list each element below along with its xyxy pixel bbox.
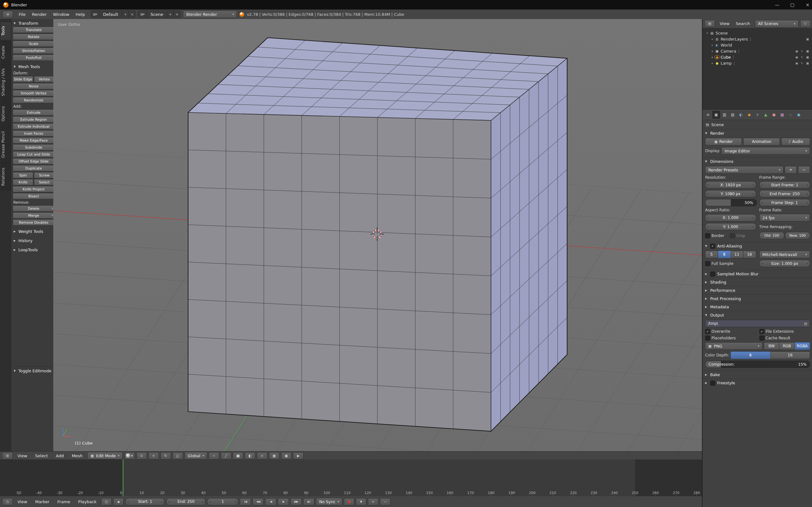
increment-icon[interactable]: ▸: [807, 183, 808, 186]
edge-select-mode-icon[interactable]: ╱: [221, 452, 231, 459]
increment-icon[interactable]: ▸: [161, 500, 163, 503]
color-depth-16-button[interactable]: 16: [770, 351, 810, 359]
increment-icon[interactable]: ▸: [807, 201, 808, 204]
increment-icon[interactable]: ▸: [753, 216, 754, 219]
tool-make-edge-face-button[interactable]: Make Edge/Face: [13, 137, 55, 144]
vertex-select-mode-icon[interactable]: ∙: [209, 452, 219, 459]
start-frame-field[interactable]: ◂Start: 1▸: [125, 498, 165, 505]
tool-subdivide-button[interactable]: Subdivide: [13, 144, 55, 151]
manipulator-translate-icon[interactable]: +: [148, 452, 159, 459]
panel-header-freestyle[interactable]: ▶Freestyle: [703, 379, 812, 387]
remove-preset-button[interactable]: −: [798, 166, 810, 174]
menu-file[interactable]: File: [15, 12, 29, 17]
timeline-menu-frame[interactable]: Frame: [54, 499, 73, 504]
output-panel-header[interactable]: ▼ Output: [703, 311, 812, 319]
add-preset-button[interactable]: +: [785, 166, 797, 174]
restrict-selectable-icon[interactable]: ↖: [800, 61, 804, 65]
outliner-item-cube[interactable]: ▸◆Cube|◉↖▣: [703, 54, 812, 60]
increment-icon[interactable]: ▸: [807, 192, 808, 195]
av-sync-dropdown[interactable]: No Sync▾: [316, 498, 342, 505]
aspect-x-field[interactable]: ◂ X: 1.000 ▸: [705, 214, 756, 222]
panel-header-looptools[interactable]: ▶LoopTools: [13, 246, 55, 253]
tool-extrude-button[interactable]: Extrude: [13, 109, 55, 116]
properties-tab-physics[interactable]: ◉: [795, 111, 803, 118]
resolution-x-field[interactable]: ◂ X: 1920 px ▸: [705, 181, 756, 188]
info-editor-icon[interactable]: ≡: [3, 11, 13, 18]
viewport-menu-select[interactable]: Select: [32, 453, 51, 458]
tool-remove-doubles-button[interactable]: Remove Doubles: [13, 219, 55, 226]
color-mode-bw-button[interactable]: BW: [764, 342, 779, 350]
expand-icon[interactable]: ▸: [710, 38, 715, 41]
tool-randomize-button[interactable]: Randomize: [13, 97, 55, 103]
interaction-mode-dropdown[interactable]: ▦Edit Mode▾: [87, 452, 122, 459]
jump-to-end-button[interactable]: ▶|: [303, 498, 314, 505]
start-frame-field[interactable]: ◂ Start Frame: 1 ▸: [759, 181, 810, 188]
properties-tab-render[interactable]: ▣: [712, 111, 720, 118]
tool-extrude-individual-button[interactable]: Extrude Individual: [13, 123, 55, 130]
expand-icon[interactable]: ▸: [710, 56, 715, 59]
tool-noise-button[interactable]: Noise: [13, 83, 55, 89]
panel-header-post-processing[interactable]: ▶Post Processing: [703, 295, 812, 302]
tool-shrink-fatten-button[interactable]: Shrink/Fatten: [13, 48, 55, 54]
outliner-item-scene[interactable]: ▾▤Scene: [703, 30, 812, 36]
render-button[interactable]: ▣ Render: [705, 138, 742, 146]
jump-to-start-button[interactable]: |◀: [240, 498, 251, 505]
manipulator-rotate-icon[interactable]: ↻: [160, 452, 171, 459]
menu-help[interactable]: Help: [72, 12, 88, 17]
tool-inset-faces-button[interactable]: Inset Faces: [13, 130, 55, 136]
shelf-tab-options[interactable]: Options: [1, 102, 11, 126]
file-extensions-checkbox[interactable]: ✓: [759, 329, 764, 334]
display-mode-dropdown[interactable]: Image Editor ▾: [721, 147, 810, 155]
dimensions-panel-header[interactable]: ▼ Dimensions: [703, 158, 812, 165]
tool-scale-button[interactable]: Scale: [13, 41, 55, 47]
render-panel-header[interactable]: ▼ Render: [703, 129, 812, 137]
render-engine-dropdown[interactable]: Blender Render ▾: [183, 10, 237, 18]
restrict-render-icon[interactable]: ▣: [805, 38, 810, 41]
antialiasing-panel-header[interactable]: ▼ ✓ Anti-Aliasing: [703, 242, 812, 250]
aa-samples-16-button[interactable]: 16: [744, 250, 756, 258]
cache-result-checkbox[interactable]: [759, 336, 764, 341]
color-depth-8-button[interactable]: 8: [730, 351, 770, 359]
tool-spin-button[interactable]: Spin: [13, 172, 33, 178]
scenes-filter-dropdown[interactable]: All Scenes ▾: [755, 20, 799, 27]
scene-name[interactable]: Scene: [147, 12, 167, 17]
tool-loop-cut-and-slide-button[interactable]: Loop Cut and Slide: [13, 151, 55, 158]
delete-layout-button[interactable]: ×: [129, 11, 135, 18]
pivot-point-icon[interactable]: ⊙: [136, 452, 147, 459]
redo-panel-header[interactable]: ▼ Toggle Editmode: [13, 367, 55, 374]
properties-tab-material[interactable]: ●: [770, 111, 778, 118]
decrement-icon[interactable]: ◂: [707, 216, 708, 219]
properties-tab-world[interactable]: ◐: [737, 111, 745, 118]
outliner-item-renderlayers[interactable]: ▸▥RenderLayers|▣: [703, 36, 812, 42]
tool-translate-button[interactable]: Translate: [13, 26, 55, 33]
3d-view-editor-icon[interactable]: ⊞: [2, 452, 13, 459]
decrement-icon[interactable]: ◂: [761, 201, 763, 204]
color-mode-rgba-button[interactable]: RGBA: [795, 342, 810, 350]
panel-header-shading[interactable]: ▶Shading: [703, 278, 812, 286]
next-keyframe-button[interactable]: ▶▶: [291, 498, 302, 505]
restrict-render-icon[interactable]: ▣: [805, 55, 810, 59]
outliner-item-lamp[interactable]: ▸●Lamp|◉↖▣: [703, 60, 812, 66]
face-select-mode-icon[interactable]: ■: [233, 452, 243, 459]
maximize-button[interactable]: ▢: [785, 0, 800, 9]
opengl-render-animation-icon[interactable]: ▶: [293, 452, 304, 459]
viewport-menu-mesh[interactable]: Mesh: [68, 453, 86, 458]
antialiasing-checkbox[interactable]: ✓: [710, 244, 715, 249]
transform-orientation-dropdown[interactable]: Global▾: [185, 452, 207, 459]
timeline-menu-marker[interactable]: Marker: [32, 499, 53, 504]
increment-icon[interactable]: ▸: [202, 500, 204, 503]
shelf-tab-shading-uvs[interactable]: Shading / UVs: [1, 64, 11, 101]
aa-samples-8-button[interactable]: 8: [718, 250, 731, 258]
shelf-tab-grease-pencil[interactable]: Grease Pencil: [1, 127, 11, 163]
crop-checkbox[interactable]: [730, 233, 735, 238]
panel-header-sampled-motion-blur[interactable]: ▶Sampled Motion Blur: [703, 270, 812, 278]
tool-vertex-button[interactable]: Vertex: [34, 76, 55, 82]
resolution-percentage-slider[interactable]: 50%: [705, 199, 757, 206]
overwrite-checkbox[interactable]: ✓: [705, 329, 710, 334]
frame-lock-icon[interactable]: ▪: [113, 498, 124, 505]
restrict-selectable-icon[interactable]: ↖: [800, 55, 804, 59]
restrict-visible-icon[interactable]: ◉: [795, 55, 799, 59]
increment-icon[interactable]: ▸: [753, 225, 754, 228]
end-frame-field[interactable]: ◂ End Frame: 250 ▸: [759, 190, 810, 198]
outliner-menu-search[interactable]: Search: [733, 21, 753, 26]
